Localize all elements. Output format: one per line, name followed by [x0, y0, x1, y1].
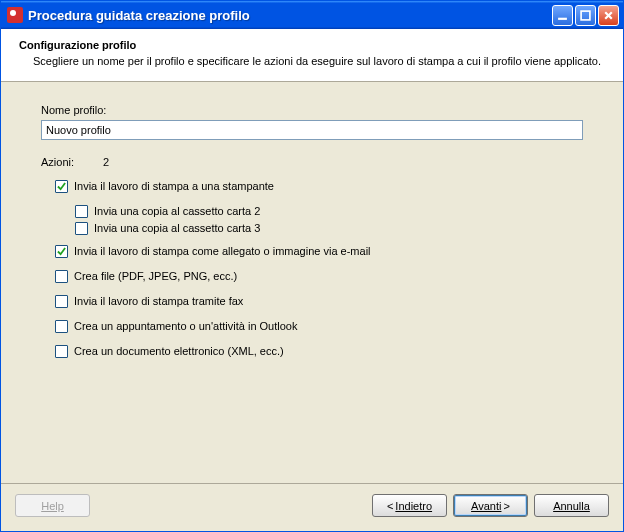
next-button-label: Avanti	[471, 500, 501, 512]
minimize-button[interactable]	[552, 5, 573, 26]
action-row: Crea un appuntamento o un'attività in Ou…	[55, 320, 583, 333]
action-checkbox[interactable]	[55, 180, 68, 193]
action-checkbox[interactable]	[55, 345, 68, 358]
help-button: Help	[15, 494, 90, 517]
actions-label: Azioni:	[41, 156, 74, 168]
profile-name-input[interactable]	[41, 120, 583, 140]
back-arrow-icon: <	[387, 500, 393, 512]
cancel-button[interactable]: Annulla	[534, 494, 609, 517]
back-button-label: Indietro	[395, 500, 432, 512]
action-row: Crea un documento elettronico (XML, ecc.…	[55, 345, 583, 358]
wizard-header: Configurazione profilo Scegliere un nome…	[1, 29, 623, 82]
next-arrow-icon: >	[503, 500, 509, 512]
action-row: Crea file (PDF, JPEG, PNG, ecc.)	[55, 270, 583, 283]
svg-rect-0	[558, 17, 567, 19]
back-button[interactable]: < Indietro	[372, 494, 447, 517]
cancel-button-label: Annulla	[553, 500, 590, 512]
actions-checklist: Invia il lavoro di stampa a una stampant…	[55, 180, 583, 358]
action-label: Crea un documento elettronico (XML, ecc.…	[74, 345, 284, 357]
wizard-content: Nome profilo: Azioni: 2 Invia il lavoro …	[1, 82, 623, 483]
actions-count: 2	[103, 156, 109, 168]
svg-rect-1	[581, 11, 590, 20]
titlebar: Procedura guidata creazione profilo	[1, 1, 623, 29]
profile-name-label: Nome profilo:	[41, 104, 583, 116]
action-label: Invia il lavoro di stampa come allegato …	[74, 245, 371, 257]
action-row: Invia il lavoro di stampa a una stampant…	[55, 180, 583, 193]
close-icon	[603, 10, 614, 21]
window-title: Procedura guidata creazione profilo	[28, 8, 552, 23]
next-button[interactable]: Avanti >	[453, 494, 528, 517]
action-label: Invia il lavoro di stampa tramite fax	[74, 295, 243, 307]
action-checkbox[interactable]	[55, 245, 68, 258]
app-icon	[7, 7, 23, 23]
maximize-icon	[580, 10, 591, 21]
action-checkbox[interactable]	[55, 295, 68, 308]
action-label: Crea un appuntamento o un'attività in Ou…	[74, 320, 297, 332]
action-row: Invia una copia al cassetto carta 3	[75, 222, 583, 235]
action-checkbox[interactable]	[75, 222, 88, 235]
close-button[interactable]	[598, 5, 619, 26]
action-checkbox[interactable]	[75, 205, 88, 218]
action-row: Invia una copia al cassetto carta 2	[75, 205, 583, 218]
action-label: Invia una copia al cassetto carta 2	[94, 205, 260, 217]
header-subheading: Scegliere un nome per il profilo e speci…	[33, 54, 605, 69]
actions-label-row: Azioni: 2	[41, 156, 583, 168]
action-label: Invia una copia al cassetto carta 3	[94, 222, 260, 234]
action-label: Crea file (PDF, JPEG, PNG, ecc.)	[74, 270, 237, 282]
action-row: Invia il lavoro di stampa tramite fax	[55, 295, 583, 308]
help-button-label: Help	[41, 500, 64, 512]
wizard-window: Procedura guidata creazione profilo Conf…	[0, 0, 624, 532]
maximize-button[interactable]	[575, 5, 596, 26]
action-label: Invia il lavoro di stampa a una stampant…	[74, 180, 274, 192]
action-row: Invia il lavoro di stampa come allegato …	[55, 245, 583, 258]
action-checkbox[interactable]	[55, 270, 68, 283]
header-heading: Configurazione profilo	[19, 39, 605, 51]
wizard-footer: Help < Indietro Avanti > Annulla	[1, 483, 623, 531]
action-checkbox[interactable]	[55, 320, 68, 333]
minimize-icon	[557, 10, 568, 21]
